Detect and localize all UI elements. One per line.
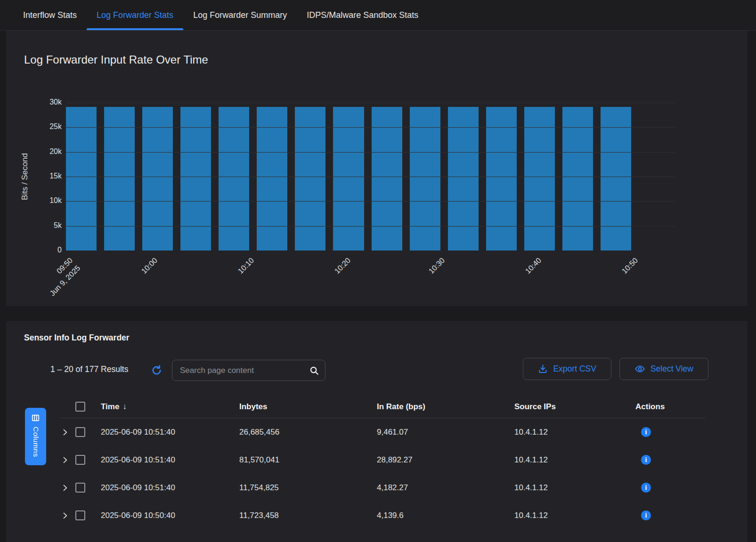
y-tick-label: 10k [37,196,62,205]
tab-idps-malware-sandbox-stats[interactable]: IDPS/Malware Sandbox Stats [297,0,428,30]
tab-log-forwarder-stats[interactable]: Log Forwarder Stats [87,0,183,30]
cell-sourceips: 10.4.1.12 [514,483,635,493]
row-expander-chevron-icon[interactable] [60,483,75,493]
x-tick-label: 10:10 [195,255,257,316]
bar[interactable] [601,107,631,251]
gridline [66,127,675,128]
bar[interactable] [180,107,211,251]
eye-icon [634,364,645,374]
bar[interactable] [104,107,135,251]
column-header-sourceips[interactable]: Source IPs [514,402,635,412]
column-header-inrate[interactable]: In Rate (bps) [377,402,514,412]
gridline [66,201,675,202]
cell-sourceips: 10.4.1.12 [514,511,635,520]
bar[interactable] [333,107,364,251]
bar[interactable] [410,107,440,251]
x-tick-label: 10:50 [579,255,641,316]
bar[interactable] [142,107,173,251]
dashboard-screen: Interflow StatsLog Forwarder StatsLog Fo… [0,0,756,542]
row-checkbox[interactable] [75,510,85,520]
select-all-checkbox[interactable] [75,402,85,412]
cell-sourceips: 10.4.1.12 [514,428,635,437]
data-table: Time↓ Inbytes In Rate (bps) Source IPs A… [60,396,705,529]
search-input[interactable] [180,366,309,375]
section-title: Sensor Info Log Forwarder [24,333,130,343]
table-row: 2025-06-09 10:50:4011,723,4584,139.610.4… [60,502,705,529]
download-icon [538,364,548,374]
search-box [172,360,325,381]
search-icon[interactable] [309,365,319,376]
table-panel: Sensor Info Log Forwarder 1 – 20 of 177 … [6,321,748,542]
cell-inbytes: 81,570,041 [239,455,377,465]
table-row: 2025-06-09 10:51:4026,685,4569,461.0710.… [60,418,705,446]
table-header-row: Time↓ Inbytes In Rate (bps) Source IPs A… [60,396,705,418]
bar[interactable] [257,107,287,251]
gridline [66,177,675,177]
export-csv-label: Export CSV [553,364,596,374]
bar[interactable] [219,107,249,251]
column-header-inbytes[interactable]: Inbytes [239,402,377,412]
bar[interactable] [562,107,593,251]
export-csv-button[interactable]: Export CSV [523,358,611,380]
sort-desc-icon: ↓ [122,402,127,411]
y-tick-label: 15k [37,172,62,180]
results-count: 1 – 20 of 177 Results [50,364,128,374]
bar[interactable] [295,107,325,251]
cell-time: 2025-06-09 10:51:40 [101,428,239,437]
column-header-actions: Actions [635,402,705,412]
row-checkbox[interactable] [75,483,85,493]
y-tick-label: 30k [37,98,62,106]
cell-time: 2025-06-09 10:51:40 [101,483,239,493]
chart-panel: Log Forwarder Input Rate Over Time Bits … [6,31,748,306]
cell-inrate: 4,139.6 [377,511,514,520]
cell-time: 2025-06-09 10:51:40 [101,455,239,465]
table-row: 2025-06-09 10:51:4081,570,04128,892.2710… [60,446,705,474]
row-checkbox[interactable] [75,455,85,465]
row-expander-chevron-icon[interactable] [60,511,75,520]
x-tick-label: 10:20 [292,255,353,316]
row-info-icon[interactable]: i [641,510,651,520]
x-tick-label: 10:40 [483,255,544,316]
cell-inbytes: 11,754,825 [239,483,377,493]
tab-log-forwarder-summary[interactable]: Log Forwarder Summary [183,0,297,30]
select-view-button[interactable]: Select View [619,358,708,380]
y-tick-label: 25k [37,122,62,131]
bar[interactable] [486,107,517,251]
gridline [66,103,675,103]
cell-inbytes: 11,723,458 [239,511,377,520]
row-info-icon[interactable]: i [641,455,651,465]
bar[interactable] [524,107,555,251]
row-expander-chevron-icon[interactable] [60,428,75,437]
gridline [66,226,675,227]
columns-button[interactable]: Columns [25,408,46,465]
table-row: 2025-06-09 10:51:4011,754,8254,182.2710.… [60,474,705,502]
row-expander-chevron-icon[interactable] [60,455,75,465]
cell-sourceips: 10.4.1.12 [514,455,635,465]
row-checkbox[interactable] [75,427,85,437]
select-view-label: Select View [650,364,693,374]
table-body: 2025-06-09 10:51:4026,685,4569,461.0710.… [60,418,705,529]
y-axis-label: Bits / Second [20,153,30,200]
row-info-icon[interactable]: i [641,427,651,437]
cell-inrate: 9,461.07 [377,428,514,437]
cell-inbytes: 26,685,456 [239,428,377,437]
x-tick-label: 10:00 [99,255,160,316]
chart-title: Log Forwarder Input Rate Over Time [24,53,208,66]
bar[interactable] [66,107,97,251]
refresh-icon [151,365,162,376]
refresh-button[interactable] [150,364,163,377]
columns-icon [31,413,40,422]
table-toolbar: 1 – 20 of 177 Results [6,358,748,382]
bar-chart-plot-area: 05k10k15k20k25k30k09:50Jun 9, 202510:001… [66,103,675,251]
x-tick-label: 10:30 [386,255,447,316]
x-tick-label: 09:50Jun 9, 2025 [14,255,83,324]
cell-inrate: 4,182.27 [377,483,514,493]
bar[interactable] [372,107,402,251]
y-tick-label: 20k [37,147,62,156]
cell-time: 2025-06-09 10:50:40 [101,511,239,520]
tab-interflow-stats[interactable]: Interflow Stats [13,0,87,30]
gridline [66,152,675,153]
row-info-icon[interactable]: i [641,483,651,493]
column-header-time[interactable]: Time↓ [101,402,239,412]
bar[interactable] [448,107,479,251]
